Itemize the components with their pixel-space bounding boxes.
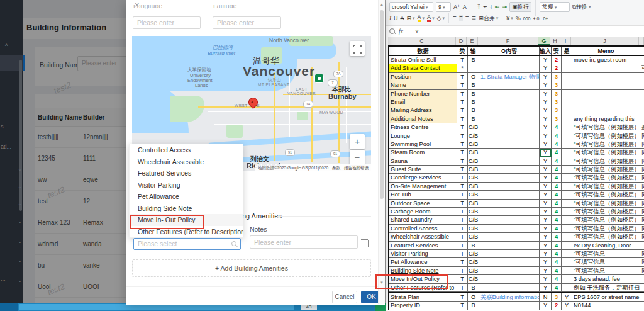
excel-cell[interactable]: T [457, 225, 468, 233]
excel-cell[interactable]: C/B [468, 216, 479, 224]
decrease-decimal-icon[interactable]: .0+ [541, 16, 548, 21]
excel-cell[interactable]: 4 [552, 275, 562, 283]
excel-cell[interactable]: T [457, 140, 468, 149]
excel-cell[interactable]: T [457, 183, 468, 191]
excel-cell[interactable]: 3 [552, 90, 562, 98]
excel-cell[interactable]: 4 [552, 166, 562, 174]
excel-cell[interactable]: C/B [468, 275, 479, 283]
increase-indent-icon[interactable]: ⇥ [502, 4, 508, 10]
excel-cell[interactable] [479, 250, 540, 258]
italic-button[interactable]: I [389, 15, 391, 21]
grow-font-button[interactable]: A⁺ [453, 4, 460, 10]
excel-cell[interactable]: 同 [640, 166, 644, 174]
excel-cell[interactable]: T [457, 157, 468, 166]
excel-cell[interactable]: C/B [468, 258, 479, 266]
excel-column-letter[interactable] [639, 37, 644, 45]
excel-cell[interactable]: 4 [552, 267, 562, 275]
excel-cell[interactable]: 3 [552, 293, 562, 302]
excel-cell[interactable]: Y [540, 149, 552, 157]
excel-cell[interactable]: N [540, 293, 552, 302]
excel-cell[interactable]: B [468, 242, 479, 250]
excel-cell[interactable]: Y [540, 233, 552, 241]
excel-cell[interactable] [562, 208, 572, 216]
excel-cell[interactable] [479, 98, 540, 106]
excel-cell[interactable] [572, 73, 640, 81]
excel-cell[interactable]: Phone Number [389, 90, 457, 98]
scrollbar-thumb[interactable] [19, 304, 294, 310]
zoom-out-button[interactable]: − [350, 150, 365, 165]
excel-cell[interactable]: 3 [552, 115, 562, 123]
scroll-down-icon[interactable]: ▼ [379, 281, 385, 285]
fullscreen-button[interactable] [350, 41, 365, 56]
excel-cell[interactable]: Featured Services [389, 242, 457, 250]
excel-cell[interactable] [479, 81, 540, 89]
excel-cell[interactable]: Y [540, 267, 552, 275]
excel-cell[interactable]: C/B [468, 132, 479, 140]
excel-cell[interactable] [479, 267, 540, 275]
excel-cell[interactable] [562, 98, 572, 106]
excel-cell[interactable] [479, 233, 540, 241]
excel-cell[interactable]: 4 [552, 183, 562, 191]
excel-cell[interactable]: T [457, 258, 468, 266]
excel-cell[interactable]: Fitness Centre [389, 123, 457, 132]
dropdown-item[interactable]: Visitor Parking [130, 179, 243, 191]
excel-cell[interactable] [479, 225, 540, 233]
excel-cell[interactable]: Y [540, 183, 552, 191]
excel-cell[interactable] [640, 284, 644, 292]
percent-button[interactable]: % [516, 15, 521, 21]
excel-cell[interactable]: B [468, 115, 479, 123]
excel-cell[interactable]: EPS 1607 or street name [572, 293, 640, 302]
excel-cell[interactable]: Shared Laundry [389, 216, 457, 224]
excel-cell[interactable]: Position [389, 73, 457, 81]
excel-cell[interactable]: "可填写信息（例如楼层） [572, 183, 640, 191]
excel-cell[interactable]: Y [540, 302, 552, 310]
font-color-button[interactable]: A▾ [427, 14, 435, 22]
excel-cell[interactable] [562, 191, 572, 199]
excel-cell[interactable] [562, 123, 572, 132]
excel-cell[interactable]: C/B [468, 149, 479, 157]
merge-button[interactable]: ⊞ 合并▾ [479, 14, 498, 23]
excel-cell[interactable]: "可填写信息（例如楼层） [572, 225, 640, 233]
excel-cell[interactable]: "可填写信息（例如楼层） [572, 191, 640, 199]
scroll-up-icon[interactable]: ▲ [379, 3, 385, 6]
excel-cell[interactable]: T [457, 284, 468, 292]
excel-cell[interactable] [640, 293, 644, 302]
excel-cell[interactable]: B [468, 90, 479, 98]
excel-cell[interactable]: "可填写信息（例如楼层） [572, 149, 640, 157]
excel-cell[interactable]: 同 [640, 191, 644, 199]
borders-button[interactable]: ⊞▾ [407, 15, 415, 21]
excel-cell[interactable]: Additional Notes [389, 115, 457, 123]
excel-column-letter[interactable]: D [456, 37, 467, 45]
excel-cell[interactable]: Y [540, 200, 552, 208]
number-format-combo[interactable]: 常规▾ [540, 2, 570, 12]
excel-cell[interactable]: Y [540, 81, 552, 89]
excel-cell[interactable] [640, 275, 644, 283]
excel-cell[interactable]: Building Side Note [389, 267, 457, 275]
excel-column-letter[interactable]: I [560, 37, 571, 45]
excel-cell[interactable]: Y [562, 293, 572, 302]
excel-cell[interactable]: Garbage Room [389, 208, 457, 216]
font-size-combo[interactable]: 9▾ [436, 2, 451, 12]
excel-cell[interactable] [562, 149, 572, 157]
excel-cell[interactable]: B [468, 56, 479, 64]
excel-column-letter[interactable]: G [538, 37, 550, 45]
excel-cell[interactable]: C/B [468, 157, 479, 166]
excel-cell[interactable]: 4 [552, 216, 562, 224]
excel-cell[interactable]: Y [540, 191, 552, 199]
excel-cell[interactable]: any thing regarding this [572, 115, 640, 123]
excel-cell[interactable]: Y [540, 250, 552, 258]
excel-cell[interactable]: C/B [468, 191, 479, 199]
latitude-input[interactable] [213, 16, 281, 29]
excel-cell[interactable]: "可填写信息（例如楼层） [572, 132, 640, 140]
excel-cell[interactable] [479, 200, 540, 208]
excel-cell[interactable]: 4 [552, 149, 562, 157]
excel-cell[interactable] [479, 123, 540, 132]
excel-cell[interactable]: 4 [552, 208, 562, 216]
excel-cell[interactable] [562, 115, 572, 123]
excel-column-letter[interactable]: H [550, 37, 560, 45]
excel-cell[interactable]: 4 [552, 233, 562, 241]
excel-cell[interactable]: 关联Building information [479, 293, 540, 302]
cancel-button[interactable]: Cancel [332, 291, 357, 303]
excel-cell[interactable]: T [457, 106, 468, 115]
excel-cell[interactable] [479, 191, 540, 199]
